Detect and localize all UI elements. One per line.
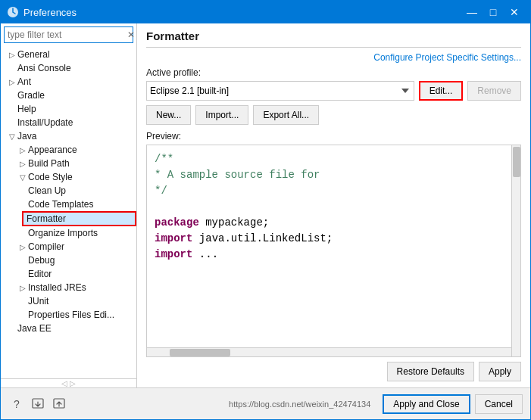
sidebar-item-label: Compiler: [28, 241, 64, 252]
sidebar-item-clean-up[interactable]: Clean Up: [22, 184, 136, 198]
expand-arrow-icon: ▷: [17, 243, 28, 251]
sidebar-item-label: Build Path: [28, 158, 70, 169]
sidebar-item-help[interactable]: ▷ Help: [1, 102, 136, 116]
restore-defaults-button[interactable]: Restore Defaults: [387, 362, 474, 381]
edit-button[interactable]: Edit...: [419, 81, 464, 101]
panel-title: Formatter: [146, 30, 521, 48]
resize-icon: ◁ ▷: [61, 379, 76, 387]
code-keyword: import: [155, 232, 192, 244]
search-clear-button[interactable]: ✕: [124, 28, 137, 42]
sidebar-item-label: Java: [17, 131, 36, 142]
preview-area: /** * A sample source file for */ packag…: [146, 145, 521, 357]
main-panel: Formatter Configure Project Specific Set…: [137, 23, 530, 387]
configure-project-link[interactable]: Configure Project Specific Settings...: [146, 52, 521, 63]
sidebar-item-general[interactable]: ▷ General: [1, 48, 136, 61]
sidebar-item-compiler[interactable]: ▷ Compiler: [11, 240, 136, 254]
sidebar-item-installed-jres[interactable]: ▷ Installed JREs: [11, 281, 136, 294]
sidebar-item-label: Java EE: [17, 323, 52, 334]
code-line: * A sample source file for: [155, 167, 513, 183]
code-line: import ...: [155, 247, 513, 263]
sidebar-resize-handle[interactable]: ◁ ▷: [1, 378, 136, 387]
sidebar-item-label: Code Templates: [28, 199, 94, 210]
preview-label: Preview:: [146, 131, 521, 142]
sidebar-item-debug[interactable]: ▷ Debug: [11, 254, 136, 267]
sidebar-item-java[interactable]: ▽ Java: [1, 129, 136, 143]
profile-select[interactable]: Eclipse 2.1 [built-in]: [146, 81, 414, 101]
code-keyword: package: [155, 216, 199, 229]
collapse-arrow-icon: ▽: [7, 132, 17, 141]
window-icon: [7, 6, 19, 18]
sidebar-item-label: Organize Imports: [28, 228, 98, 238]
sidebar-item-label: Debug: [28, 255, 55, 266]
search-input[interactable]: [5, 27, 124, 42]
restore-apply-row: Restore Defaults Apply: [146, 362, 521, 381]
scrollbar-thumb[interactable]: [513, 147, 520, 177]
search-box: ✕: [4, 26, 133, 43]
sidebar-item-ansi-console[interactable]: Ansi Console: [1, 61, 136, 75]
code-style-children: Clean Up Code Templates Formatter Organi…: [11, 184, 136, 240]
maximize-button[interactable]: □: [483, 4, 503, 20]
sidebar-item-install-update[interactable]: ▷ Install/Update: [1, 116, 136, 129]
sidebar-item-label: Appearance: [28, 145, 77, 155]
code-line: import java.util.LinkedList;: [155, 231, 513, 247]
sidebar-item-label: Code Style: [28, 172, 73, 182]
preview-hscrollbar[interactable]: [147, 347, 511, 356]
java-children: ▷ Appearance ▷ Build Path ▽ Code Style: [1, 143, 136, 322]
preview-code: /** * A sample source file for */ packag…: [147, 145, 520, 356]
help-icon[interactable]: ?: [8, 396, 25, 412]
sidebar-item-organize-imports[interactable]: Organize Imports: [22, 226, 136, 240]
sidebar-item-label: JUnit: [28, 296, 48, 306]
new-button[interactable]: New...: [146, 105, 191, 125]
window-title: Preferences: [23, 7, 462, 18]
code-line: */: [155, 183, 513, 199]
sidebar-tree: ▷ General Ansi Console ▷ Ant Gradle ▷ He: [1, 46, 136, 378]
sidebar-item-label: Properties Files Edi...: [28, 310, 114, 320]
url-hint: https://blog.csdn.net/weixin_42474134: [229, 400, 370, 409]
sidebar-item-gradle[interactable]: Gradle: [1, 89, 136, 102]
code-comment: /**: [155, 153, 173, 165]
title-bar: Preferences — □ ✕: [1, 1, 530, 23]
sidebar-item-editor[interactable]: ▷ Editor: [11, 267, 136, 281]
expand-arrow-icon: ▷: [7, 51, 17, 59]
sidebar-item-label: Ansi Console: [17, 63, 71, 73]
code-line: package mypackage;: [155, 215, 513, 231]
export-preferences-icon[interactable]: [51, 396, 67, 412]
expand-arrow-icon: ▷: [17, 284, 28, 292]
expand-arrow-icon: ▷: [17, 160, 28, 168]
active-profile-label: Active profile:: [146, 67, 521, 78]
close-button[interactable]: ✕: [504, 4, 524, 20]
sidebar-item-code-templates[interactable]: Code Templates: [22, 198, 136, 211]
sidebar-item-label: Install/Update: [17, 117, 73, 128]
apply-button[interactable]: Apply: [479, 362, 521, 381]
code-line: /**: [155, 151, 513, 167]
window-controls: — □ ✕: [462, 4, 524, 20]
preferences-window: Preferences — □ ✕ ✕ ▷ General Ansi Conso…: [0, 0, 531, 420]
preview-scrollbar[interactable]: [511, 145, 520, 356]
sidebar-item-appearance[interactable]: ▷ Appearance: [11, 143, 136, 157]
sidebar-item-junit[interactable]: ▷ JUnit: [11, 294, 136, 308]
import-preferences-icon[interactable]: [30, 396, 46, 412]
code-normal: mypackage;: [199, 216, 269, 229]
sidebar-item-java-ee[interactable]: ▷ Java EE: [1, 322, 136, 335]
remove-button[interactable]: Remove: [467, 81, 521, 101]
apply-and-close-button[interactable]: Apply and Close: [383, 394, 470, 414]
hscrollbar-thumb[interactable]: [170, 349, 230, 356]
export-all-button[interactable]: Export All...: [253, 105, 319, 125]
minimize-button[interactable]: —: [462, 4, 482, 20]
sidebar-item-properties-files[interactable]: ▷ Properties Files Edi...: [11, 308, 136, 322]
sidebar-item-label: General: [17, 49, 50, 60]
sidebar-item-ant[interactable]: ▷ Ant: [1, 75, 136, 89]
import-button[interactable]: Import...: [195, 105, 248, 125]
sidebar-item-build-path[interactable]: ▷ Build Path: [11, 157, 136, 170]
toolbar-row: New... Import... Export All...: [146, 105, 521, 125]
code-keyword: import: [155, 248, 192, 260]
sidebar: ✕ ▷ General Ansi Console ▷ Ant Gradle: [1, 23, 137, 387]
bottom-bar: ? https://blog.csdn.net/weixin_42474134 …: [1, 387, 530, 419]
sidebar-item-formatter[interactable]: Formatter: [22, 211, 136, 226]
code-comment: */: [155, 185, 167, 197]
cancel-button[interactable]: Cancel: [475, 394, 523, 414]
code-line: [155, 199, 513, 215]
code-comment: * A sample source file for: [155, 169, 320, 181]
expand-arrow-icon: ▷: [7, 78, 17, 86]
sidebar-item-code-style[interactable]: ▽ Code Style: [11, 170, 136, 184]
